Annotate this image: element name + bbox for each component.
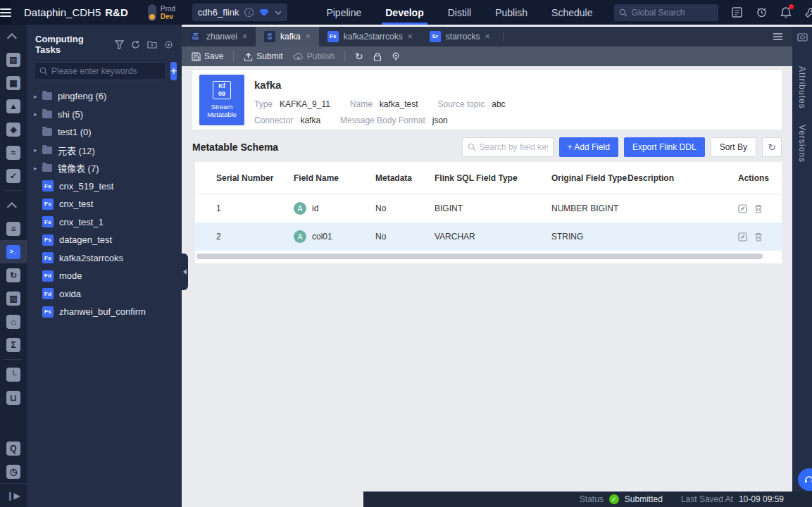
search-icon xyxy=(468,143,476,151)
tree-file-zhanwei-buf-confirm[interactable]: Fszhanwei_buf_confirm xyxy=(27,303,182,321)
env-toggle[interactable]: Prod Dev xyxy=(148,4,175,21)
tab-starrocks[interactable]: Sr starrocks× xyxy=(421,27,499,46)
list-doc-icon[interactable]: ≡ xyxy=(0,217,27,240)
tree-folder-jingxiangbiao[interactable]: ▸镜像表 (7) xyxy=(27,159,182,177)
nav-pipeline[interactable]: Pipeline xyxy=(317,0,370,25)
tree-folder-pingfeng[interactable]: ▸pingfeng (6) xyxy=(27,87,182,106)
submit-button[interactable]: Submit xyxy=(244,51,282,61)
tree-file-cnx-test[interactable]: Fscnx_test xyxy=(27,195,182,213)
close-icon[interactable]: × xyxy=(485,32,489,42)
toolbar-divider xyxy=(344,51,345,61)
add-field-button[interactable]: + Add Field xyxy=(559,137,618,157)
close-icon[interactable]: × xyxy=(408,32,413,42)
search-doc-icon[interactable]: Q xyxy=(0,437,27,460)
tools-icon[interactable] xyxy=(804,7,812,18)
folder-rail-icon[interactable]: └ xyxy=(0,363,27,386)
line-chart-icon[interactable]: ≈ xyxy=(0,141,27,164)
tree-file-cnx-519-test[interactable]: Fscnx_519_test xyxy=(27,177,182,196)
hamburger-menu-icon[interactable] xyxy=(0,0,11,25)
sigma-icon[interactable]: Σ xyxy=(0,333,27,356)
notification-badge xyxy=(789,4,794,9)
chevron-down-icon[interactable] xyxy=(275,11,282,15)
nav-develop[interactable]: Develop xyxy=(376,0,432,25)
dashboard-icon[interactable]: ▥ xyxy=(0,287,27,310)
flink-file-icon: Fd xyxy=(42,288,54,299)
flink-file-icon: Fs xyxy=(42,199,54,210)
field-search[interactable] xyxy=(462,137,554,157)
gem-icon[interactable] xyxy=(259,8,269,17)
rail-collapse-icon[interactable] xyxy=(0,25,27,48)
export-flink-ddl-button[interactable]: Export Flink DDL xyxy=(624,137,705,157)
table-row[interactable]: 2 Acol01 No VARCHAR STRING xyxy=(195,223,782,251)
expand-panel-icon[interactable]: ❙▶ xyxy=(0,483,27,507)
edit-icon[interactable] xyxy=(738,232,747,242)
panel-layout-icon[interactable] xyxy=(797,32,808,42)
info-icon[interactable]: i xyxy=(244,8,254,17)
refresh-icon[interactable] xyxy=(131,40,140,49)
sidebar-search-input[interactable] xyxy=(51,66,161,76)
edit-icon[interactable] xyxy=(738,204,747,213)
tree-folder-yuanbiao[interactable]: ▸元表 (12) xyxy=(27,142,182,160)
refresh-button[interactable]: ↻ xyxy=(355,51,363,61)
check-square-icon[interactable]: ✓ xyxy=(0,164,27,187)
trash-rail-icon[interactable]: ⊔ xyxy=(0,386,27,409)
alarm-icon[interactable] xyxy=(756,6,768,18)
report-icon[interactable] xyxy=(731,6,743,18)
tree-file-datagen-test[interactable]: Fsdatagen_test xyxy=(27,231,182,249)
nav-publish[interactable]: Publish xyxy=(486,0,537,25)
publish-button[interactable]: Publish xyxy=(293,51,335,61)
scrollbar-thumb[interactable] xyxy=(196,254,763,259)
new-folder-icon[interactable] xyxy=(147,40,157,49)
filter-icon[interactable] xyxy=(115,40,124,49)
schema-refresh-button[interactable]: ↻ xyxy=(762,137,782,157)
tree-folder-shi[interactable]: ▸shi (5) xyxy=(27,106,182,124)
pyramid-icon[interactable]: ▲ xyxy=(0,94,27,118)
sort-by-button[interactable]: Sort By xyxy=(711,137,756,157)
tree-file-oxida[interactable]: Fdoxida xyxy=(27,285,182,303)
layers-icon[interactable]: ◈ xyxy=(0,118,27,141)
folder-icon xyxy=(42,128,52,136)
table-row[interactable]: 1 Aid No BIGINT NUMBER BIGINT xyxy=(195,194,782,223)
close-icon[interactable]: × xyxy=(306,32,311,42)
tab-versions[interactable]: Versions xyxy=(797,125,807,163)
delete-icon[interactable] xyxy=(754,204,763,213)
project-selector[interactable]: cdh6_flink i xyxy=(192,4,288,21)
nav-distill[interactable]: Distill xyxy=(439,0,480,25)
close-icon[interactable]: × xyxy=(242,32,247,42)
success-check-icon: ✓ xyxy=(609,494,619,504)
tree-file-kafka2starrcoks[interactable]: Fskafka2starrcoks xyxy=(27,249,182,268)
flink-file-icon: Fs xyxy=(42,216,54,227)
tab-kafka2starrcoks[interactable]: Fs kafka2starrcoks× xyxy=(319,27,421,46)
horizontal-scrollbar[interactable] xyxy=(196,254,780,259)
save-button[interactable]: Save xyxy=(192,51,223,61)
tree-file-cnx-test-1[interactable]: Fscnx_test_1 xyxy=(27,213,182,232)
sync-icon[interactable]: ↻ xyxy=(0,263,27,287)
add-task-button[interactable]: + xyxy=(170,62,177,80)
laptop-icon[interactable]: ⌂ xyxy=(0,310,27,333)
global-search-input[interactable] xyxy=(631,8,713,18)
locate-icon[interactable] xyxy=(164,40,173,49)
last-saved-value: 10-09 09:59 xyxy=(739,494,784,504)
pdf-doc-icon[interactable]: ▤ xyxy=(0,48,27,71)
field-search-input[interactable] xyxy=(480,142,548,152)
lock-icon[interactable] xyxy=(373,52,382,61)
delete-icon[interactable] xyxy=(754,232,763,242)
tab-zhanwei[interactable]: RTSQL zhanwei× xyxy=(182,27,256,46)
tree-file-mode[interactable]: Fdmode xyxy=(27,267,182,285)
global-search[interactable] xyxy=(614,4,718,21)
env-toggle-switch[interactable] xyxy=(148,4,156,21)
tab-kafka[interactable]: Kf09 kafka× xyxy=(256,27,319,46)
tab-list-icon[interactable] xyxy=(773,33,782,40)
tab-attributes[interactable]: Attributes xyxy=(797,66,807,109)
chart-doc-icon[interactable]: ▦ xyxy=(0,71,27,94)
rail-collapse-icon-2[interactable] xyxy=(0,194,27,217)
nav-schedule[interactable]: Schedule xyxy=(542,0,601,25)
notification-bell-icon[interactable] xyxy=(780,6,792,18)
clock-box-icon[interactable]: ◷ xyxy=(0,460,27,483)
locate-button[interactable] xyxy=(392,52,400,61)
sidebar-search[interactable] xyxy=(34,62,166,80)
terminal-icon[interactable]: >_ xyxy=(0,240,27,263)
sidebar-collapse-handle[interactable] xyxy=(182,254,188,290)
field-type-avatar: A xyxy=(294,230,306,243)
tree-folder-test1[interactable]: test1 (0) xyxy=(27,123,182,142)
